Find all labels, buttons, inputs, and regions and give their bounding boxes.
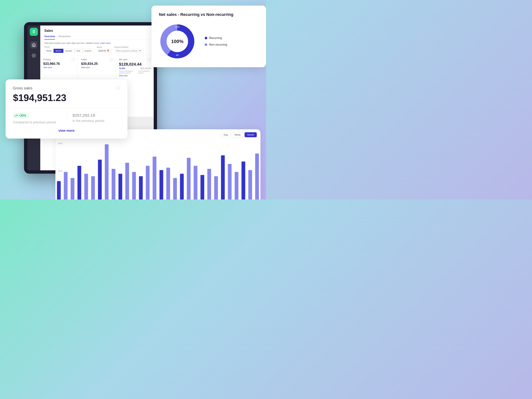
bar-chart-svg bbox=[55, 140, 260, 200]
period-year-btn[interactable]: Year bbox=[74, 49, 82, 53]
metric-net-title: Net sales bbox=[119, 58, 127, 61]
bar-9 bbox=[118, 174, 122, 200]
month-filter: Month 2024-04 📅 bbox=[97, 46, 111, 53]
legend-non-recurring-dot bbox=[205, 43, 207, 46]
month-label: Month bbox=[97, 46, 111, 48]
metric-pending-value: $33,960.76 bbox=[43, 62, 75, 66]
payment-filter: Payment Method Select payment method bbox=[114, 46, 142, 53]
donut-card: Net sales - Recurring vs Non-recurring 1… bbox=[152, 6, 266, 67]
bar-8 bbox=[112, 169, 115, 200]
filters-row: Period Week Month Quarter Year Custom Mo… bbox=[44, 46, 150, 53]
chart-controls: Day Week Month bbox=[221, 132, 257, 137]
prev-desc: in the previous period bbox=[73, 119, 120, 123]
change-desc: Compared to previous period bbox=[13, 120, 61, 125]
gross-sales-card: Gross sales i $194,951.23 +30% Compared … bbox=[6, 79, 127, 139]
legend-non-recurring: Non-recurring bbox=[205, 43, 227, 46]
tabs-container: Overview Breakdown bbox=[44, 35, 150, 39]
prev-amount: $257,292.19 bbox=[73, 113, 120, 118]
svg-point-1 bbox=[33, 55, 34, 56]
bar-19 bbox=[187, 158, 190, 200]
gross-prev-section: $257,292.19 in the previous period bbox=[67, 113, 120, 123]
chart-week-btn[interactable]: Week bbox=[232, 132, 243, 137]
metric-net-view-more[interactable]: View more bbox=[119, 75, 151, 77]
gross-label: Gross sales bbox=[13, 86, 32, 90]
filter-description: View and compare your sales data over ti… bbox=[44, 42, 150, 44]
tab-breakdown[interactable]: Breakdown bbox=[59, 35, 71, 39]
period-week-btn[interactable]: Week bbox=[44, 49, 54, 53]
payment-select[interactable]: Select payment method bbox=[114, 49, 142, 53]
bar-24 bbox=[221, 155, 225, 200]
metric-pending-view-more[interactable]: View more bbox=[43, 66, 75, 69]
tab-overview[interactable]: Overview bbox=[44, 35, 55, 39]
filter-section: View and compare your sales data over ti… bbox=[40, 40, 154, 55]
bar-25 bbox=[228, 164, 231, 200]
bar-7 bbox=[105, 144, 108, 200]
bar-13 bbox=[146, 166, 149, 200]
legend-recurring-dot bbox=[205, 37, 207, 39]
donut-center-label: 100% bbox=[171, 39, 184, 44]
month-value: 2024-04 bbox=[98, 50, 106, 52]
bar-22 bbox=[207, 169, 211, 200]
month-input: 2024-04 📅 bbox=[97, 49, 111, 53]
bar-1 bbox=[64, 172, 67, 200]
info-icon-net[interactable]: i bbox=[147, 58, 151, 61]
legend-non-recurring-label: Non-recurring bbox=[209, 43, 227, 46]
bar-14 bbox=[152, 157, 156, 200]
gross-header: Gross sales i bbox=[13, 86, 120, 90]
bar-4 bbox=[84, 174, 88, 200]
bar-6 bbox=[98, 160, 101, 200]
metric-failed-view-more[interactable]: View more bbox=[81, 66, 113, 69]
metric-net-pct-label: Of your earnings in previous period bbox=[119, 70, 139, 74]
metric-pending-title: Pending bbox=[43, 58, 51, 61]
metric-net-pct: 70.20% bbox=[119, 67, 125, 70]
view-more-link[interactable]: view more bbox=[13, 129, 120, 133]
chart-day-btn[interactable]: Day bbox=[221, 132, 231, 137]
bar-28 bbox=[248, 170, 252, 200]
bar-18 bbox=[180, 174, 184, 200]
donut-legend: Recurring Non-recurring bbox=[205, 36, 227, 46]
gross-change-section: +30% Compared to previous period bbox=[13, 113, 67, 125]
legend-recurring: Recurring bbox=[205, 36, 227, 40]
y-label-4000: 4000 bbox=[58, 170, 63, 172]
sidebar-item-settings[interactable] bbox=[30, 52, 37, 59]
bar-29 bbox=[255, 153, 259, 200]
bar-23 bbox=[214, 176, 218, 200]
sidebar-item-home[interactable] bbox=[30, 41, 37, 48]
donut-label-top: 40% bbox=[175, 25, 180, 28]
bar-5 bbox=[91, 176, 95, 200]
page-title: Sales bbox=[44, 29, 150, 33]
legend-recurring-label: Recurring bbox=[209, 36, 222, 40]
period-quarter-btn[interactable]: Quarter bbox=[63, 49, 74, 53]
donut-svg-wrap: 100% 40% 60 bbox=[159, 23, 196, 60]
bar-11 bbox=[132, 172, 136, 200]
donut-label-bottom: 60 bbox=[176, 54, 179, 57]
period-custom-btn[interactable]: Custom bbox=[82, 49, 94, 53]
sidebar-logo bbox=[30, 28, 38, 36]
metric-failed-title: Failed bbox=[81, 58, 87, 61]
gross-footer: +30% Compared to previous period $257,29… bbox=[13, 113, 120, 125]
metric-net-prev-label: In the previous period bbox=[139, 70, 151, 74]
info-icon-pending[interactable]: i bbox=[72, 58, 75, 61]
bar-12 bbox=[139, 176, 143, 200]
donut-content: 100% 40% 60 Recurring Non-recurring bbox=[159, 23, 259, 60]
metric-failed-value: $30,834.25 bbox=[81, 62, 113, 66]
info-icon-gross[interactable]: i bbox=[117, 86, 120, 89]
metric-net-value: $128,024.44 bbox=[119, 62, 151, 67]
bar-0 bbox=[57, 181, 61, 200]
period-buttons: Week Month Quarter Year Custom bbox=[44, 49, 94, 53]
gross-amount: $194,951.23 bbox=[13, 92, 120, 103]
bar-16 bbox=[166, 168, 170, 200]
bar-26 bbox=[234, 172, 238, 200]
y-label-8000: 8000 bbox=[58, 142, 63, 145]
chart-area: Day Week Month 8000 4000 bbox=[55, 129, 260, 200]
svg-point-0 bbox=[33, 31, 35, 32]
bar-3 bbox=[77, 166, 81, 200]
chart-month-btn[interactable]: Month bbox=[245, 132, 257, 137]
learn-more-link[interactable]: Learn more bbox=[100, 42, 110, 44]
bar-2 bbox=[70, 178, 74, 200]
info-icon-failed[interactable]: i bbox=[109, 58, 113, 61]
calendar-icon[interactable]: 📅 bbox=[107, 50, 109, 52]
period-filter: Period Week Month Quarter Year Custom bbox=[44, 46, 94, 53]
bar-17 bbox=[173, 178, 177, 200]
period-month-btn[interactable]: Month bbox=[54, 49, 63, 53]
